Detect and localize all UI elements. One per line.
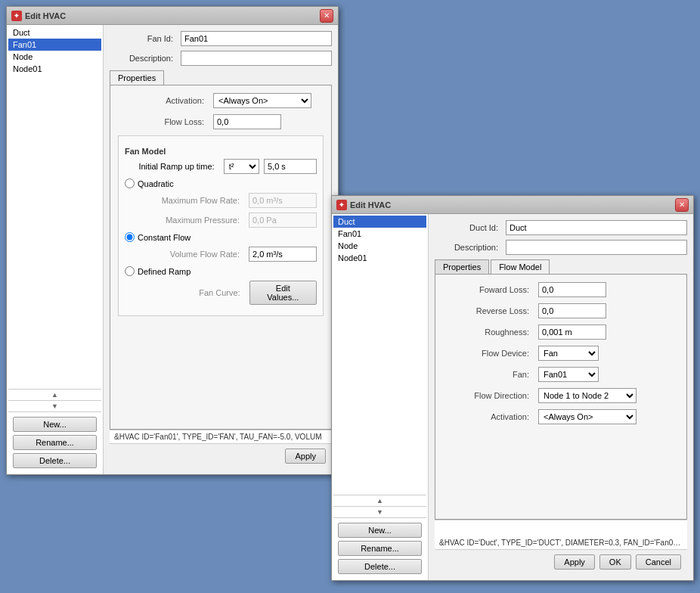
volume-flow-label: Volume Flow Rate: <box>140 250 244 259</box>
fan-model-section: Fan Model Initial Ramp up time: t² Quadr… <box>118 135 324 316</box>
window-title-2: Edit HVAC <box>350 200 391 210</box>
max-pressure-row: Maximum Pressure: <box>125 213 317 228</box>
sidebar-buttons-2: New... Rename... Delete... <box>333 517 426 579</box>
defined-ramp-radio[interactable] <box>125 266 135 276</box>
sidebar-item-fan01-1[interactable]: Fan01 <box>8 39 101 51</box>
window-body-1: Duct Fan01 Node Node01 ▲ ▼ New... Rename… <box>7 25 338 474</box>
sidebar-item-node01-1[interactable]: Node01 <box>8 63 101 75</box>
duct-id-input[interactable] <box>506 220 687 235</box>
sidebar-item-fan01-2[interactable]: Fan01 <box>333 228 426 240</box>
sidebar-2: Duct Fan01 Node Node01 ▲ ▼ New... Rename… <box>332 214 429 580</box>
apply-button-2[interactable]: Apply <box>554 554 595 570</box>
quadratic-radio[interactable] <box>125 179 135 188</box>
volume-flow-input[interactable] <box>249 247 317 262</box>
new-button-2[interactable]: New... <box>338 523 422 538</box>
window-edit-hvac-2: ✦ Edit HVAC ✕ Duct Fan01 Node Node01 ▲ ▼… <box>331 195 694 581</box>
constant-flow-label: Constant Flow <box>138 233 190 242</box>
sidebar-scroll-1: Duct Fan01 Node Node01 <box>8 26 101 389</box>
forward-loss-row: Foward Loss: <box>443 282 679 297</box>
flow-device-row: Flow Device: Fan None <box>443 346 679 361</box>
sidebar-item-node01-2[interactable]: Node01 <box>333 252 426 264</box>
apply-button-1[interactable]: Apply <box>285 449 326 464</box>
footer-1: Apply <box>110 443 332 468</box>
close-button-1[interactable]: ✕ <box>320 9 333 23</box>
scroll-arrow-up-1[interactable]: ▲ <box>8 389 101 400</box>
forward-loss-label: Foward Loss: <box>443 285 534 294</box>
activation-select-2[interactable]: <Always On> <box>538 409 637 424</box>
status-bar-1: &HVAC ID='Fan01', TYPE_ID='FAN', TAU_FAN… <box>110 430 332 443</box>
app-icon-1: ✦ <box>11 11 22 21</box>
reverse-loss-row: Reverse Loss: <box>443 303 679 318</box>
description-row-2: Description: <box>435 240 687 255</box>
max-flow-label: Maximum Flow Rate: <box>140 196 244 205</box>
roughness-label: Roughness: <box>443 328 534 337</box>
forward-loss-input[interactable] <box>538 282 606 297</box>
footer-2: Apply OK Cancel <box>435 549 687 574</box>
status-text-2: &HVAC ID='Duct', TYPE_ID='DUCT', DIAMETE… <box>439 539 681 547</box>
fan-id-label: Fan Id: <box>110 34 178 43</box>
rename-button-1[interactable]: Rename... <box>13 435 97 450</box>
activation-label-2: Activation: <box>443 412 534 421</box>
defined-ramp-label: Defined Ramp <box>138 267 190 276</box>
flow-device-select[interactable]: Fan None <box>538 346 599 361</box>
status-textarea-2[interactable] <box>683 523 687 545</box>
delete-button-2[interactable]: Delete... <box>338 559 422 574</box>
sidebar-item-duct-1[interactable]: Duct <box>8 26 101 39</box>
flow-direction-select[interactable]: Node 1 to Node 2 Node 2 to Node 1 <box>538 388 637 403</box>
scroll-arrow-down-2[interactable]: ▼ <box>333 506 426 517</box>
sidebar-scroll-2: Duct Fan01 Node Node01 <box>333 216 426 495</box>
tab-content-flow-model: Foward Loss: Reverse Loss: Roughness: Fl… <box>435 274 687 520</box>
flow-loss-row: Flow Loss: <box>118 114 324 129</box>
fan-id-input[interactable] <box>181 31 332 46</box>
description-label-2: Description: <box>435 243 503 252</box>
tab-bar-2: Properties Flow Model <box>435 259 687 274</box>
rename-button-2[interactable]: Rename... <box>338 541 422 556</box>
flow-direction-row: Flow Direction: Node 1 to Node 2 Node 2 … <box>443 388 679 403</box>
quadratic-row: Quadratic <box>125 179 317 188</box>
scroll-arrow-up-2[interactable]: ▲ <box>333 495 426 506</box>
sidebar-item-duct-2[interactable]: Duct <box>333 216 426 228</box>
duct-id-label: Duct Id: <box>435 223 503 232</box>
tab-flow-model[interactable]: Flow Model <box>491 259 550 274</box>
max-flow-input <box>249 193 317 208</box>
flow-loss-input[interactable] <box>213 114 281 129</box>
fan-model-label: Fan Model <box>125 147 317 156</box>
delete-button-1[interactable]: Delete... <box>13 453 97 468</box>
description-input-2[interactable] <box>506 240 687 255</box>
titlebar-2: ✦ Edit HVAC ✕ <box>332 196 693 214</box>
scroll-arrow-down-1[interactable]: ▼ <box>8 400 101 411</box>
window-title-1: Edit HVAC <box>25 11 66 20</box>
sidebar-1: Duct Fan01 Node Node01 ▲ ▼ New... Rename… <box>7 25 104 474</box>
new-button-1[interactable]: New... <box>13 417 97 432</box>
window-edit-hvac-1: ✦ Edit HVAC ✕ Duct Fan01 Node Node01 ▲ ▼… <box>6 6 339 475</box>
fan-select[interactable]: Fan01 <box>538 367 599 382</box>
tab-properties-1[interactable]: Properties <box>110 70 164 85</box>
max-pressure-label: Maximum Pressure: <box>140 216 244 225</box>
reverse-loss-label: Reverse Loss: <box>443 306 534 315</box>
ramp-select[interactable]: t² <box>224 159 259 174</box>
reverse-loss-input[interactable] <box>538 303 606 318</box>
constant-flow-radio[interactable] <box>125 232 135 242</box>
fan-id-row: Fan Id: <box>110 31 332 46</box>
roughness-row: Roughness: <box>443 324 679 340</box>
sidebar-item-node-2[interactable]: Node <box>333 240 426 252</box>
sidebar-item-node-1[interactable]: Node <box>8 51 101 63</box>
tab-properties-2[interactable]: Properties <box>435 259 489 274</box>
app-icon-2: ✦ <box>336 200 347 210</box>
cancel-button-2[interactable]: Cancel <box>636 554 681 570</box>
description-input-1[interactable] <box>181 51 332 66</box>
close-button-2[interactable]: ✕ <box>675 198 689 212</box>
ramp-time-input[interactable] <box>264 159 317 174</box>
edit-values-button[interactable]: Edit Values... <box>249 281 317 305</box>
activation-row-2: Activation: <Always On> <box>443 409 679 424</box>
tab-content-1: Activation: <Always On> Flow Loss: Fan M… <box>110 85 332 430</box>
sidebar-buttons-1: New... Rename... Delete... <box>8 411 101 473</box>
ok-button-2[interactable]: OK <box>599 554 631 570</box>
duct-id-row: Duct Id: <box>435 220 687 235</box>
fan-curve-row: Fan Curve: Edit Values... <box>125 281 317 305</box>
fan-row: Fan: Fan01 <box>443 367 679 382</box>
activation-select-1[interactable]: <Always On> <box>213 93 311 108</box>
roughness-input[interactable] <box>538 324 606 340</box>
volume-flow-row: Volume Flow Rate: <box>125 247 317 262</box>
fan-label: Fan: <box>443 370 534 379</box>
